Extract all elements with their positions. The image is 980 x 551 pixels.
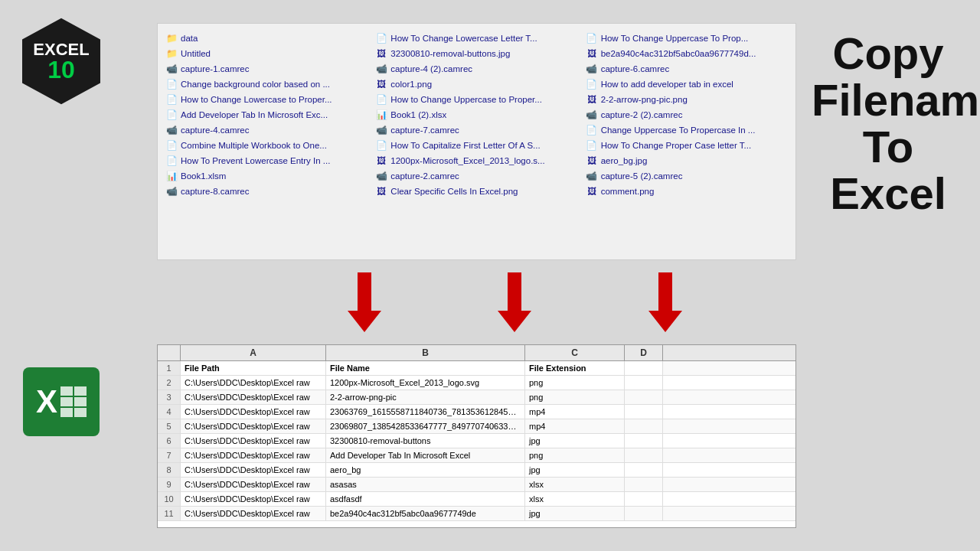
table-row: 11 C:\Users\DDC\Desktop\Excel raw be2a94…: [158, 507, 795, 521]
file-grid: 📁 data 📄 How To Change Lowercase Letter …: [165, 31, 788, 198]
camrec-file-icon: 📹: [375, 170, 387, 182]
camrec-file-icon: 📹: [586, 63, 598, 75]
table-row: 6 C:\Users\DDC\Desktop\Excel raw 3230081…: [158, 434, 795, 448]
excel-file-icon: 📄: [165, 139, 178, 152]
cell-ext: png: [525, 448, 625, 462]
list-item: 🖼 be2a940c4ac312bf5abc0aa9677749d...: [586, 47, 788, 60]
row-number: 3: [158, 390, 181, 404]
list-item: 📹 capture-2.camrec: [375, 169, 577, 183]
excel-file-icon: 📄: [375, 32, 387, 44]
cell-ext: jpg: [525, 507, 625, 520]
cell-filename: aero_bg: [326, 463, 525, 477]
excel-file-icon: 📄: [375, 139, 387, 152]
cell-filename: Add Developer Tab In Microsoft Excel: [326, 448, 525, 462]
cell-d: [625, 463, 663, 477]
list-item: 📄 How to Change Uppercase to Proper...: [375, 93, 577, 106]
table-row: 1 File Path File Name File Extension: [158, 361, 795, 376]
row-number: 7: [158, 448, 181, 462]
folder-icon: 📁: [165, 32, 178, 44]
list-item: 📄 Combine Multiple Workbook to One...: [165, 139, 368, 152]
excel-app-icon: X: [23, 367, 100, 436]
cell-path: C:\Users\DDC\Desktop\Excel raw: [181, 448, 326, 462]
table-row: 8 C:\Users\DDC\Desktop\Excel raw aero_bg…: [158, 463, 795, 478]
excel-file-icon: 📊: [165, 170, 178, 182]
arrow-to-col-b: [498, 272, 531, 332]
list-item: 📹 capture-8.camrec: [165, 184, 368, 198]
cell-d: [625, 507, 663, 520]
row-num-header: [158, 345, 181, 360]
list-item: 📁 data: [165, 31, 368, 45]
page-title: Copy Filename To Excel: [812, 31, 965, 217]
excel-file-icon: 📊: [375, 109, 387, 121]
cell-file-ext-header: File Extension: [525, 361, 625, 375]
cell-ext: png: [525, 376, 625, 390]
cell-d: [625, 492, 663, 506]
list-item: 📄 Change background color based on ...: [165, 77, 368, 91]
image-file-icon: 🖼: [375, 47, 387, 60]
image-file-icon: 🖼: [375, 185, 387, 197]
col-header-d: D: [625, 345, 663, 360]
camrec-file-icon: 📹: [375, 124, 387, 136]
list-item: 📹 capture-6.camrec: [586, 62, 788, 76]
list-item: 🖼 Clear Specific Cells In Excel.png: [375, 184, 577, 198]
row-number: 2: [158, 376, 181, 390]
table-row: 9 C:\Users\DDC\Desktop\Excel raw asasas …: [158, 478, 795, 492]
row-number: 8: [158, 463, 181, 477]
cell-ext: xlsx: [525, 492, 625, 506]
cell-path: C:\Users\DDC\Desktop\Excel raw: [181, 507, 326, 520]
cell-d: [625, 376, 663, 390]
list-item: 📄 How to add developer tab in excel: [586, 77, 788, 91]
folder-icon: 📁: [165, 47, 178, 60]
row-number: 5: [158, 419, 181, 433]
row-number: 1: [158, 361, 181, 375]
cell-file-path-header: File Path: [181, 361, 326, 375]
list-item: 📄 How To Change Lowercase Letter T...: [375, 31, 577, 45]
camrec-file-icon: 📹: [165, 185, 178, 197]
excel-file-icon: 📄: [586, 78, 598, 90]
list-item: 🖼 32300810-removal-buttons.jpg: [375, 47, 577, 60]
list-item: 📄 How To Capitalize First Letter Of A S.…: [375, 139, 577, 152]
table-row: 7 C:\Users\DDC\Desktop\Excel raw Add Dev…: [158, 448, 795, 463]
excel-file-icon: 📄: [165, 155, 178, 167]
spreadsheet: A B C D 1 File Path File Name File Exten…: [157, 344, 796, 528]
cell-path: C:\Users\DDC\Desktop\Excel raw: [181, 405, 326, 419]
left-branding: EXCEL 10 X: [15, 15, 107, 436]
list-item: 🖼 aero_bg.jpg: [586, 154, 788, 168]
camrec-file-icon: 📹: [165, 63, 178, 75]
list-item: 📹 capture-4 (2).camrec: [375, 62, 577, 76]
excel-file-icon: 📄: [165, 109, 178, 121]
cell-filename: 23069807_1385428533647777_84977074063382…: [326, 419, 525, 433]
cell-d: [625, 390, 663, 404]
list-item: 📄 Add Developer Tab In Microsoft Exc...: [165, 108, 368, 122]
cell-path: C:\Users\DDC\Desktop\Excel raw: [181, 376, 326, 390]
cell-ext: mp4: [525, 419, 625, 433]
list-item: 🖼 1200px-Microsoft_Excel_2013_logo.s...: [375, 154, 577, 168]
list-item: 📄 How to Change Lowercase to Proper...: [165, 93, 368, 106]
camrec-file-icon: 📹: [586, 170, 598, 182]
row-number: 10: [158, 492, 181, 506]
list-item: 🖼 2-2-arrow-png-pic.png: [586, 93, 788, 106]
svg-text:10: 10: [47, 56, 75, 83]
list-item: 📹 capture-5 (2).camrec: [586, 169, 788, 183]
camrec-file-icon: 📹: [375, 63, 387, 75]
cell-file-name-header: File Name: [326, 361, 525, 375]
excel-file-icon: 📄: [586, 124, 598, 136]
camrec-file-icon: 📹: [586, 109, 598, 121]
cell-filename: be2a940c4ac312bf5abc0aa9677749de: [326, 507, 525, 520]
row-number: 9: [158, 478, 181, 491]
cell-filename: 1200px-Microsoft_Excel_2013_logo.svg: [326, 376, 525, 390]
list-item: 📄 How To Prevent Lowercase Entry In ...: [165, 154, 368, 168]
cell-filename: 32300810-removal-buttons: [326, 434, 525, 448]
list-item: 📹 capture-4.camrec: [165, 123, 368, 137]
cell-d-header: [625, 361, 663, 375]
list-item: 📊 Book1.xlsm: [165, 169, 368, 183]
cell-path: C:\Users\DDC\Desktop\Excel raw: [181, 434, 326, 448]
table-row: 10 C:\Users\DDC\Desktop\Excel raw asdfas…: [158, 492, 795, 507]
cell-ext: jpg: [525, 434, 625, 448]
col-header-a: A: [181, 345, 326, 360]
image-file-icon: 🖼: [375, 155, 387, 167]
image-file-icon: 🖼: [586, 93, 598, 106]
excel-grid: [60, 386, 87, 417]
cell-d: [625, 478, 663, 491]
cell-ext: xlsx: [525, 478, 625, 491]
